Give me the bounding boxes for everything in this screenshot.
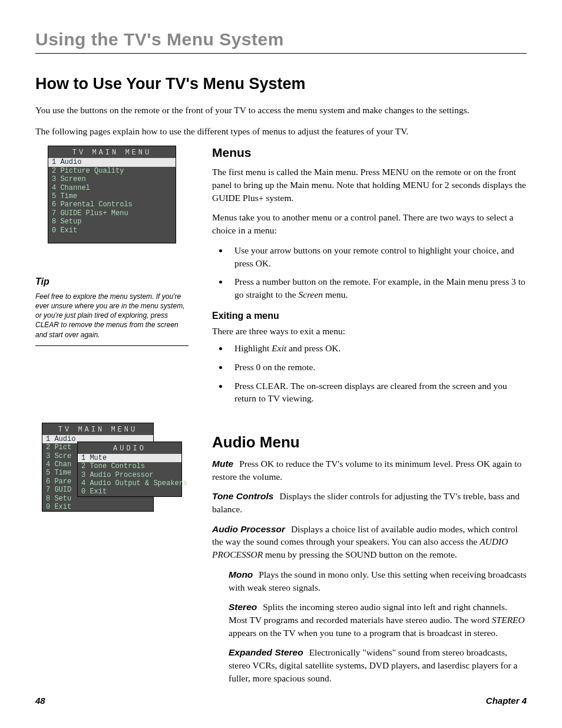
- audio-menu-screenshot: TV MAIN MENU 1 Audio 2 Pict 3 Scre 4 Cha…: [42, 423, 182, 535]
- menu-item: 3 Screen: [48, 175, 176, 183]
- menu-item: 4 Channel: [48, 184, 176, 192]
- main-menu-screenshot: TV MAIN MENU 1 Audio 2 Picture Quality 3…: [48, 146, 176, 243]
- menu-item: 2 Picture Quality: [48, 167, 176, 175]
- submenu-item: 4 Audio Output & Speakers: [78, 479, 181, 487]
- def-expanded-stereo: Expanded StereoElectronically "widens" s…: [229, 646, 527, 684]
- menu-item: 6 Parental Controls: [48, 200, 176, 209]
- def-stereo: StereoSplits the incoming stereo audio s…: [229, 601, 527, 639]
- menus-bullet-2: Press a number button on the remote. For…: [229, 275, 527, 301]
- tip-body: Feel free to explore the menu system. If…: [35, 292, 189, 346]
- exiting-heading: Exiting a menu: [212, 311, 527, 321]
- intro-paragraph-1: You use the buttons on the remote or the…: [35, 104, 483, 117]
- menu-item: 7 GUIDE Plus+ Menu: [48, 209, 176, 218]
- submenu-title: AUDIO: [78, 442, 181, 454]
- def-mono: MonoPlays the sound in mono only. Use th…: [229, 568, 527, 594]
- menu-item: 0 Exit: [48, 226, 176, 235]
- exiting-bullet-1: Highlight Exit and press OK.: [229, 342, 527, 355]
- exiting-bullet-3: Press CLEAR. The on-screen displays are …: [229, 380, 527, 405]
- menu-title: TV MAIN MENU: [48, 146, 176, 158]
- intro-paragraph-2: The following pages explain how to use t…: [35, 125, 483, 138]
- submenu-item-selected: 1 Mute: [78, 454, 181, 462]
- page-footer: 48 Chapter 4: [35, 696, 527, 706]
- tip-box: Tip Feel free to explore the menu system…: [35, 276, 189, 346]
- page-heading: How to Use Your TV's Menu System: [35, 75, 527, 93]
- def-audio-processor: Audio ProcessorDisplays a choice list of…: [212, 523, 527, 561]
- chapter-header: Using the TV's Menu System: [35, 29, 527, 54]
- submenu-item: 0 Exit: [78, 487, 181, 496]
- exiting-bullet-2: Press 0 on the remote.: [229, 361, 527, 374]
- submenu-item: 3 Audio Processor: [78, 471, 181, 479]
- tip-heading: Tip: [35, 276, 189, 287]
- menu-item: 8 Setup: [48, 218, 176, 226]
- def-tone-controls: Tone ControlsDisplays the slider control…: [212, 490, 527, 515]
- menus-bullet-1: Use your arrow buttons on your remote co…: [229, 244, 527, 269]
- menus-heading: Menus: [212, 146, 527, 160]
- audio-menu-heading: Audio Menu: [212, 433, 527, 452]
- exiting-lead: There are three ways to exit a menu:: [212, 325, 527, 338]
- page-number: 48: [35, 696, 45, 706]
- submenu-item: 2 Tone Controls: [78, 462, 181, 470]
- menus-para-1: The first menu is called the Main menu. …: [212, 166, 527, 204]
- chapter-label: Chapter 4: [486, 696, 527, 706]
- menu-item: 5 Time: [48, 192, 176, 200]
- menus-para-2: Menus take you to another menu or a cont…: [212, 211, 527, 236]
- menu-title: TV MAIN MENU: [42, 423, 153, 435]
- menu-item: 0 Exit: [42, 503, 153, 511]
- def-mute: MutePress OK to reduce the TV's volume t…: [212, 457, 527, 483]
- menu-item-selected: 1 Audio: [48, 158, 176, 166]
